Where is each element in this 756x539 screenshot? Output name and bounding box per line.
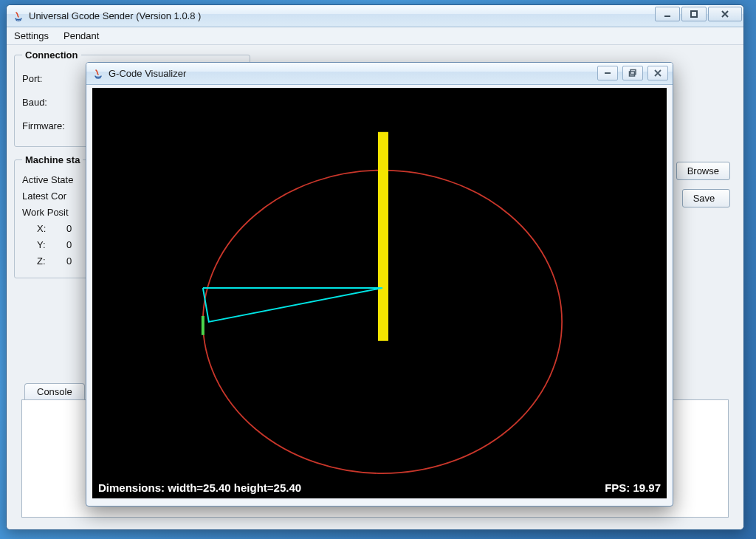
gcode-visualizer-window: G-Code Visualizer	[86, 62, 673, 507]
work-x-value: 0	[66, 223, 72, 234]
menu-pendant[interactable]: Pendant	[61, 29, 102, 43]
menu-settings[interactable]: Settings	[11, 29, 52, 43]
work-z-label: Z:	[22, 255, 66, 267]
main-window-controls	[655, 7, 742, 21]
console-tabstrip: Console	[24, 383, 85, 399]
viz-close-button[interactable]	[647, 66, 668, 80]
svg-rect-1	[691, 11, 697, 17]
viz-title: G-Code Visualizer	[109, 68, 186, 79]
work-x-label: X:	[22, 223, 66, 234]
viz-maximize-button[interactable]	[622, 66, 643, 80]
viz-window-controls	[597, 66, 668, 80]
baud-label: Baud:	[22, 97, 81, 108]
toolhead-bar	[378, 132, 388, 341]
svg-rect-2	[605, 72, 611, 74]
connection-legend: Connection	[22, 49, 81, 61]
firmware-label: Firmware:	[22, 120, 81, 131]
save-button[interactable]: Save	[682, 189, 730, 207]
viz-dimensions-text: Dimensions: width=25.40 height=25.40	[98, 481, 301, 494]
close-button[interactable]	[708, 7, 742, 21]
console-tab[interactable]: Console	[24, 383, 85, 399]
svg-rect-0	[664, 16, 670, 17]
viz-svg	[92, 88, 667, 498]
work-y-value: 0	[66, 239, 72, 250]
maximize-button[interactable]	[681, 7, 707, 21]
port-label: Port:	[22, 73, 81, 84]
viz-minimize-button[interactable]	[597, 66, 618, 80]
java-icon	[13, 10, 24, 22]
browse-button[interactable]: Browse	[676, 162, 730, 180]
minimize-button[interactable]	[655, 7, 680, 21]
viz-titlebar[interactable]: G-Code Visualizer	[86, 63, 673, 85]
work-z-value: 0	[66, 255, 72, 267]
viz-fps-text: FPS: 19.97	[605, 481, 661, 494]
machine-legend: Machine sta	[22, 154, 83, 165]
main-title: Universal Gcode Sender (Version 1.0.8 )	[29, 10, 201, 21]
viz-canvas[interactable]: Dimensions: width=25.40 height=25.40 FPS…	[92, 88, 667, 498]
work-y-label: Y:	[22, 239, 66, 250]
java-icon	[92, 68, 104, 80]
main-titlebar[interactable]: Universal Gcode Sender (Version 1.0.8 )	[7, 5, 743, 27]
menubar: Settings Pendant	[7, 27, 743, 45]
